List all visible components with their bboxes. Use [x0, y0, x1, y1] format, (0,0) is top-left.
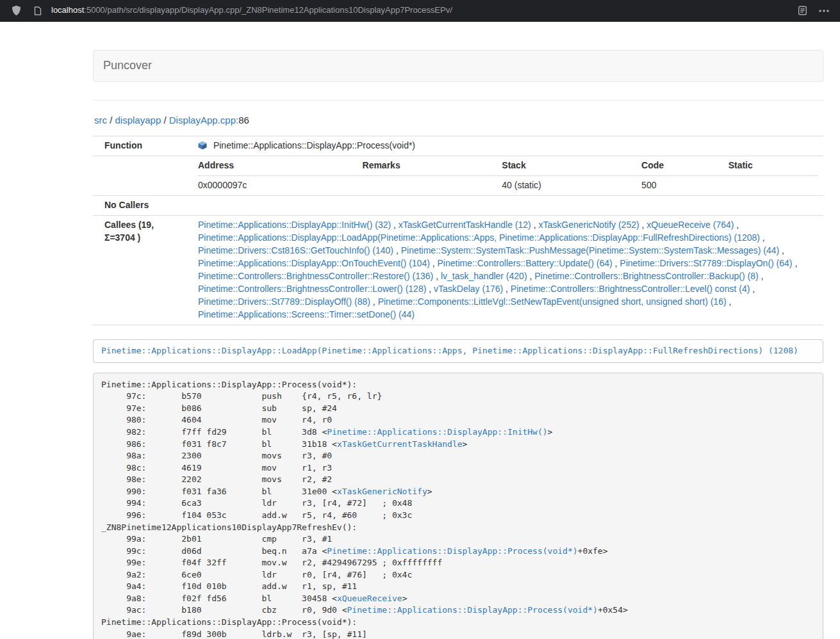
disassembly-text: 9a4: f10d 010b add.w r1, sp, #11 [101, 581, 357, 591]
disassembly-text: 99c: d06d beq.n a7a < [101, 546, 327, 556]
disassembly-text: > [463, 439, 468, 449]
reader-view-icon[interactable] [794, 3, 811, 19]
disassembly-text: > [427, 487, 432, 496]
function-row-label: Function [93, 136, 189, 156]
function-symbol-icon [198, 140, 207, 152]
function-name-cell: Pinetime::Applications::DisplayApp::Proc… [189, 136, 823, 156]
callee-link[interactable]: Pinetime::Drivers::St7789::DisplayOn() (… [620, 258, 792, 268]
metrics-header-row: Address Remarks Stack Code Static [198, 156, 818, 175]
callee-link[interactable]: Pinetime::Components::LittleVgl::SetNewT… [378, 296, 727, 307]
disassembly-text: 9ac: b180 cbz r0, 9d0 < [101, 605, 347, 615]
disassembly-text: 9a8: f02f fd56 bl 30458 < [101, 594, 337, 603]
disassembly-text: 98c: 4619 mov r1, r3 [101, 463, 332, 473]
code-value: 500 [641, 176, 729, 195]
disassembly-text: 996: f104 053c add.w r5, r4, #60 ; 0x3c [101, 510, 412, 520]
metrics-cell: Address Remarks Stack Code Static 0x0000… [189, 156, 823, 196]
no-callers-value [189, 196, 823, 216]
disassembly-text: 98a: 2300 movs r3, #0 [101, 451, 332, 460]
disassembly-symbol-link[interactable]: Pinetime::Applications::DisplayApp::Proc… [347, 605, 598, 615]
url-path: :5000/path/src/displayapp/DisplayApp.cpp… [84, 5, 452, 15]
navbar: Puncover [93, 50, 823, 82]
callee-link[interactable]: Pinetime::Applications::DisplayApp::OnTo… [198, 258, 430, 268]
col-remarks: Remarks [363, 156, 502, 175]
url-bar[interactable]: localhost:5000/path/src/displayapp/Displ… [51, 4, 789, 17]
disassembly-text: 9a2: 6ce0 ldr r0, [r4, #76] ; 0x4c [101, 570, 412, 579]
callee-link[interactable]: lv_task_handler (420) [441, 271, 527, 281]
callee-link[interactable]: vTaskDelay (176) [434, 284, 503, 294]
callees-row: Callees (19, Σ=3704 ) Pinetime::Applicat… [93, 216, 823, 325]
callee-link[interactable]: Pinetime::Applications::DisplayApp::Init… [198, 220, 391, 230]
callee-link[interactable]: Pinetime::Controllers::BrightnessControl… [534, 271, 758, 281]
disassembly-text: > [402, 594, 408, 603]
disassembly-text: 9ae: f89d 300b ldrb.w r3, [sp, #11] [101, 629, 367, 639]
disassembly-text: Pinetime::Applications::DisplayApp::Proc… [101, 617, 357, 627]
breadcrumb: src / displayapp / DisplayApp.cpp:86 [94, 113, 823, 127]
callee-link[interactable]: Pinetime::Controllers::BrightnessControl… [511, 284, 750, 294]
disassembly-text: +0x54> [598, 605, 628, 615]
static-value [729, 176, 818, 195]
disassembly-text: 980: 4604 mov r4, r0 [101, 415, 332, 425]
disassembly-text: 99e: f04f 32ff mov.w r2, #4294967295 ; 0… [101, 558, 442, 567]
disassembly-text: 99a: 2b01 cmp r3, #1 [101, 534, 332, 544]
disassembly-text: _ZN8Pinetime12Applications10DisplayApp7R… [101, 522, 357, 532]
disassembly-text: 990: f031 fa36 bl 31e00 < [101, 487, 337, 496]
disassembly-symbol-link[interactable]: xQueueReceive [337, 594, 402, 603]
page-info-icon[interactable] [29, 3, 46, 19]
callee-link[interactable]: Pinetime::Drivers::Cst816S::GetTouchInfo… [198, 245, 393, 255]
breadcrumb-link[interactable]: displayapp [115, 115, 161, 125]
disassembly-symbol-link[interactable]: Pinetime::Applications::DisplayApp::Init… [327, 427, 547, 437]
selected-symbol-box: Pinetime::Applications::DisplayApp::Load… [93, 339, 823, 363]
overflow-menu-icon[interactable] [816, 3, 832, 19]
disassembly-text: 982: f7ff fd29 bl 3d8 < [101, 427, 327, 437]
callee-link[interactable]: xQueueReceive (764) [646, 220, 734, 230]
function-row: Function Pinetime::Applications::Display… [93, 136, 823, 156]
disassembly-text: > [548, 427, 553, 437]
no-callers-row: No Callers [93, 196, 823, 216]
disassembly-symbol-link[interactable]: xTaskGenericNotify [337, 487, 427, 496]
function-name: Pinetime::Applications::DisplayApp::Proc… [213, 140, 415, 150]
callee-link[interactable]: Pinetime::Controllers::BrightnessControl… [198, 271, 433, 281]
callees-list: Pinetime::Applications::DisplayApp::Init… [198, 219, 818, 321]
col-static: Static [729, 156, 818, 175]
callee-link[interactable]: xTaskGetCurrentTaskHandle (12) [399, 220, 531, 230]
callee-link[interactable]: xTaskGenericNotify (252) [538, 220, 639, 230]
disassembly-code: Pinetime::Applications::DisplayApp::Proc… [93, 373, 823, 639]
breadcrumb-link[interactable]: DisplayApp.cpp: [169, 115, 238, 125]
disassembly-text: 986: f031 f8c7 bl 31b18 < [101, 439, 337, 449]
callee-link[interactable]: Pinetime::Controllers::Battery::Update()… [438, 258, 613, 268]
divider [93, 100, 823, 101]
callee-link[interactable]: Pinetime::Applications::Screens::Timer::… [198, 309, 415, 320]
disassembly-text: 994: 6ca3 ldr r3, [r4, #72] ; 0x48 [101, 498, 412, 508]
disassembly-text: 98e: 2202 movs r2, #2 [101, 474, 332, 484]
remarks-value [363, 176, 502, 195]
callee-link[interactable]: Pinetime::Applications::DisplayApp::Load… [198, 232, 760, 243]
disassembly-text: 97e: b086 sub sp, #24 [101, 403, 337, 413]
disassembly-text: +0xfe> [578, 546, 608, 556]
selected-symbol-link[interactable]: Pinetime::Applications::DisplayApp::Load… [101, 346, 798, 355]
brand-link[interactable]: Puncover [94, 58, 161, 74]
page-content: Puncover src / displayapp / DisplayApp.c… [93, 50, 823, 639]
callees-cell: Pinetime::Applications::DisplayApp::Init… [189, 216, 823, 325]
metrics-table: Address Remarks Stack Code Static 0x0000… [198, 156, 818, 195]
url-host: localhost [51, 5, 84, 15]
callees-label: Callees (19, Σ=3704 ) [93, 216, 189, 325]
metrics-value-row: 0x0000097c 40 (static) 500 [198, 176, 818, 195]
address-value: 0x0000097c [198, 176, 363, 195]
breadcrumb-link[interactable]: src [94, 115, 107, 125]
callee-link[interactable]: Pinetime::Drivers::St7789::DisplayOff() … [198, 296, 370, 307]
col-address: Address [198, 156, 363, 175]
disassembly-symbol-link[interactable]: xTaskGetCurrentTaskHandle [337, 439, 463, 449]
browser-chrome: localhost:5000/path/src/displayapp/Displ… [0, 0, 840, 22]
no-callers-label: No Callers [93, 196, 189, 216]
disassembly-text: 97c: b570 push {r4, r5, r6, lr} [101, 391, 382, 401]
function-table: Function Pinetime::Applications::Display… [93, 136, 823, 325]
disassembly-text: Pinetime::Applications::DisplayApp::Proc… [101, 380, 357, 389]
metrics-row: Address Remarks Stack Code Static 0x0000… [93, 156, 823, 196]
col-code: Code [641, 156, 729, 175]
shield-icon[interactable] [8, 3, 24, 19]
disassembly-symbol-link[interactable]: Pinetime::Applications::DisplayApp::Proc… [327, 546, 577, 556]
col-stack: Stack [502, 156, 641, 175]
callee-link[interactable]: Pinetime::Controllers::BrightnessControl… [198, 284, 426, 294]
empty-row-label [93, 156, 189, 196]
callee-link[interactable]: Pinetime::System::SystemTask::PushMessag… [401, 245, 780, 255]
